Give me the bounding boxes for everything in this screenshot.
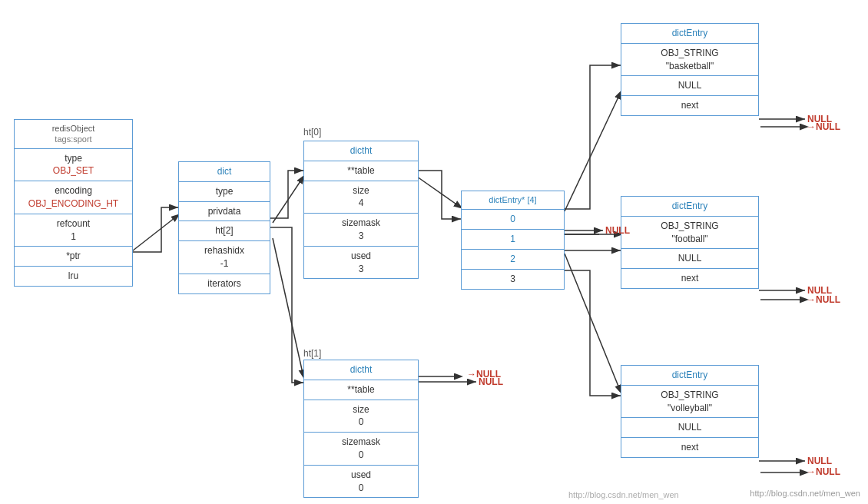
null-label-entry2-next: →NULL (807, 294, 840, 305)
null-label-entry1-next: →NULL (807, 121, 840, 132)
dict-entry-basketball-null: NULL (621, 76, 758, 96)
dictht0-used: used3 (304, 247, 418, 279)
redis-object-ptr: *ptr (15, 247, 132, 267)
dict-entry-basketball-box: dictEntry OBJ_STRING"basketball" NULL ne… (621, 23, 759, 116)
dictht0-box: dictht **table size4 sizemask3 used3 (303, 141, 419, 279)
dictht1-used: used0 (304, 466, 418, 498)
dictht0-sizemask: sizemask3 (304, 214, 418, 247)
dictht0-size: size4 (304, 181, 418, 214)
dict-entry-volleyball-next: next (621, 438, 758, 457)
redis-object-lru: lru (15, 267, 132, 286)
dict-entry-volleyball-header: dictEntry (621, 366, 758, 386)
watermark: http://blog.csdn.net/men_wen (750, 489, 860, 498)
svg-line-1 (273, 177, 303, 223)
dictht1-sizemask: sizemask0 (304, 433, 418, 466)
dict-entry-football-header: dictEntry (621, 197, 758, 217)
dict-rehashidx: rehashidx-1 (179, 241, 270, 274)
dict-ht2: ht[2] (179, 221, 270, 241)
redis-object-refcount: refcount1 (15, 214, 132, 247)
dict-entry-basketball-header: dictEntry (621, 24, 758, 44)
redis-object-encoding: encodingOBJ_ENCODING_HT (15, 181, 132, 214)
dict-entry-0: 0 (462, 210, 564, 230)
dict-entry-football-next: next (621, 269, 758, 288)
dict-box: dict type privdata ht[2] rehashidx-1 ite… (178, 161, 270, 294)
dictht1-size: size0 (304, 400, 418, 433)
svg-line-0 (129, 215, 178, 254)
dict-entry-volleyball-box: dictEntry OBJ_STRING"volleyball" NULL ne… (621, 365, 759, 458)
dict-entry-basketball-value: OBJ_STRING"basketball" (621, 44, 758, 77)
dictht1-header: dictht (304, 360, 418, 380)
dict-entry-football-value: OBJ_STRING"football" (621, 217, 758, 250)
null-label-ht1-table: →NULL (467, 369, 501, 380)
dict-entry-volleyball-value: OBJ_STRING"volleyball" (621, 386, 758, 419)
dict-header: dict (179, 162, 270, 182)
svg-line-2 (273, 238, 303, 376)
dict-entry-2: 2 (462, 250, 564, 270)
dict-iterators: iterators (179, 274, 270, 293)
dict-entry-basketball-next: next (621, 96, 758, 115)
svg-line-6 (565, 254, 621, 392)
null-label-entry3-next: →NULL (807, 466, 840, 477)
redis-object-box: redisObjecttags:sport typeOBJ_SET encodi… (14, 119, 133, 287)
dictht0-header: dictht (304, 141, 418, 161)
dictht0-table: **table (304, 161, 418, 181)
dict-type: type (179, 182, 270, 202)
ht1-label: ht[1] (303, 348, 321, 359)
svg-line-4 (565, 92, 621, 211)
redis-object-type: typeOBJ_SET (15, 149, 132, 182)
dict-entry-array-box: dictEntry* [4] 0 1 2 3 (461, 191, 565, 290)
dict-entry-football-null: NULL (621, 249, 758, 269)
svg-line-3 (417, 177, 461, 207)
dict-entry-volleyball-null: NULL (621, 418, 758, 438)
dictht1-box: dictht **table size0 sizemask0 used0 (303, 360, 419, 498)
redis-object-header: redisObjecttags:sport (15, 120, 132, 149)
diagram: redisObjecttags:sport typeOBJ_SET encodi… (0, 0, 868, 504)
dict-privdata: privdata (179, 202, 270, 222)
dict-entry-1: 1 (462, 230, 564, 250)
dict-entry-football-box: dictEntry OBJ_STRING"football" NULL next (621, 196, 759, 289)
dict-entry-array-header: dictEntry* [4] (462, 191, 564, 210)
ht0-label: ht[0] (303, 127, 321, 138)
dict-entry-3: 3 (462, 270, 564, 289)
dictht1-table: **table (304, 380, 418, 400)
